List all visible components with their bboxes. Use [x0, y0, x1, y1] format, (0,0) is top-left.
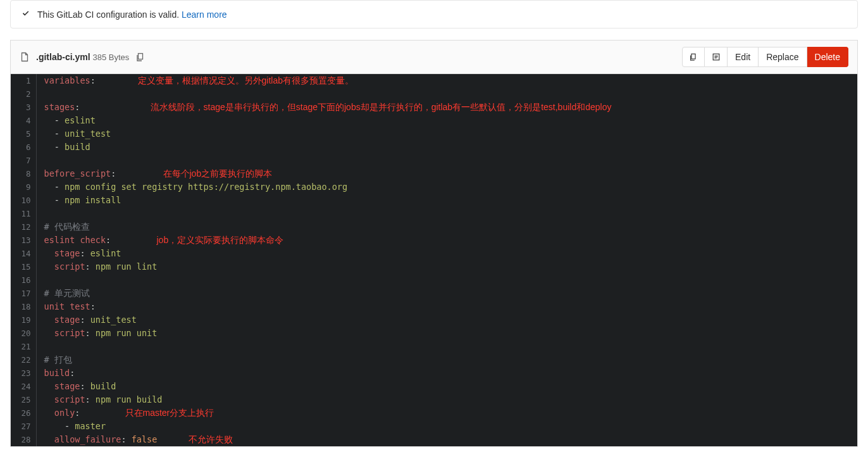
- file-name: .gitlab-ci.yml: [36, 52, 90, 62]
- code-line: 6 - build: [11, 141, 857, 154]
- line-number[interactable]: 16: [11, 273, 36, 287]
- line-number[interactable]: 2: [11, 87, 36, 101]
- code-content: [36, 154, 857, 167]
- line-number[interactable]: 8: [11, 167, 36, 180]
- file-header: .gitlab-ci.yml 385 Bytes Edit Replace De…: [10, 40, 858, 73]
- annotation: 定义变量，根据情况定义。另外gitlab有很多预置变量。: [138, 74, 354, 87]
- annotation: 不允许失败: [189, 433, 233, 446]
- code-content: - npm config set registry https://regist…: [36, 180, 857, 194]
- code-content: - eslint: [36, 114, 857, 127]
- check-icon: [21, 8, 31, 20]
- code-line: 27 - master: [11, 420, 857, 433]
- line-number[interactable]: 21: [11, 340, 36, 353]
- line-number[interactable]: 27: [11, 420, 36, 433]
- file-icon: [20, 52, 30, 62]
- line-number[interactable]: 10: [11, 194, 36, 207]
- line-number[interactable]: 17: [11, 287, 36, 300]
- code-line: 25 script: npm run build: [11, 393, 857, 406]
- code-line: 8before_script:在每个job之前要执行的脚本: [11, 167, 857, 180]
- line-number[interactable]: 7: [11, 154, 36, 167]
- annotation: 在每个job之前要执行的脚本: [163, 167, 273, 180]
- annotation: 只在master分支上执行: [125, 406, 214, 420]
- line-number[interactable]: 14: [11, 247, 36, 260]
- code-line: 7: [11, 154, 857, 167]
- code-line: 23build:: [11, 367, 857, 380]
- code-line: 21: [11, 340, 857, 353]
- code-line: 9 - npm config set registry https://regi…: [11, 180, 857, 194]
- code-line: 5 - unit_test: [11, 127, 857, 141]
- code-viewer: 1variables:定义变量，根据情况定义。另外gitlab有很多预置变量。2…: [10, 73, 858, 447]
- line-number[interactable]: 4: [11, 114, 36, 127]
- code-content: - npm install: [36, 194, 857, 207]
- code-content: # 单元测试: [36, 287, 857, 300]
- annotation: 流水线阶段，stage是串行执行的，但stage下面的jobs却是并行执行的，g…: [151, 101, 612, 114]
- line-number[interactable]: 18: [11, 300, 36, 313]
- code-content: # 打包: [36, 353, 857, 367]
- code-content: [36, 87, 857, 101]
- raw-button[interactable]: [705, 47, 728, 67]
- code-line: 19 stage: unit_test: [11, 313, 857, 327]
- line-number[interactable]: 25: [11, 393, 36, 406]
- code-content: variables:定义变量，根据情况定义。另外gitlab有很多预置变量。: [36, 74, 857, 87]
- code-line: 11: [11, 207, 857, 220]
- code-line: 18unit test:: [11, 300, 857, 313]
- file-actions: Edit Replace Delete: [682, 47, 848, 67]
- line-number[interactable]: 19: [11, 313, 36, 327]
- svg-rect-1: [691, 54, 695, 59]
- code-content: build:: [36, 367, 857, 380]
- code-content: script: npm run lint: [36, 260, 857, 273]
- code-line: 20 script: npm run unit: [11, 327, 857, 340]
- line-number[interactable]: 9: [11, 180, 36, 194]
- code-content: before_script:在每个job之前要执行的脚本: [36, 167, 857, 180]
- code-content: stage: eslint: [36, 247, 857, 260]
- line-number[interactable]: 23: [11, 367, 36, 380]
- code-content: script: npm run build: [36, 393, 857, 406]
- code-content: [36, 340, 857, 353]
- code-content: allow_failure: false不允许失败: [36, 433, 857, 446]
- code-line: 13eslint check:job，定义实际要执行的脚本命令: [11, 234, 857, 247]
- code-line: 22# 打包: [11, 353, 857, 367]
- code-content: - unit_test: [36, 127, 857, 141]
- code-content: stages:流水线阶段，stage是串行执行的，但stage下面的jobs却是…: [36, 101, 857, 114]
- code-content: stage: unit_test: [36, 313, 857, 327]
- learn-more-link[interactable]: Learn more: [182, 9, 227, 20]
- copy-contents-button[interactable]: [682, 47, 705, 67]
- copy-filepath-icon[interactable]: [135, 52, 146, 62]
- line-number[interactable]: 5: [11, 127, 36, 141]
- line-number[interactable]: 22: [11, 353, 36, 367]
- code-line: 4 - eslint: [11, 114, 857, 127]
- code-line: 10 - npm install: [11, 194, 857, 207]
- code-line: 16: [11, 273, 857, 287]
- line-number[interactable]: 1: [11, 74, 36, 87]
- line-number[interactable]: 28: [11, 433, 36, 446]
- line-number[interactable]: 11: [11, 207, 36, 220]
- file-size: 385 Bytes: [92, 53, 129, 62]
- code-content: unit test:: [36, 300, 857, 313]
- code-line: 14 stage: eslint: [11, 247, 857, 260]
- line-number[interactable]: 3: [11, 101, 36, 114]
- line-number[interactable]: 15: [11, 260, 36, 273]
- delete-button[interactable]: Delete: [807, 47, 848, 67]
- line-number[interactable]: 24: [11, 380, 36, 393]
- annotation: job，定义实际要执行的脚本命令: [157, 234, 284, 247]
- code-line: 1variables:定义变量，根据情况定义。另外gitlab有很多预置变量。: [11, 74, 857, 87]
- line-number[interactable]: 20: [11, 327, 36, 340]
- code-line: 15 script: npm run lint: [11, 260, 857, 273]
- line-number[interactable]: 12: [11, 220, 36, 234]
- code-content: eslint check:job，定义实际要执行的脚本命令: [36, 234, 857, 247]
- replace-button[interactable]: Replace: [759, 47, 807, 67]
- code-content: - master: [36, 420, 857, 433]
- line-number[interactable]: 26: [11, 406, 36, 420]
- line-number[interactable]: 6: [11, 141, 36, 154]
- code-table: 1variables:定义变量，根据情况定义。另外gitlab有很多预置变量。2…: [11, 74, 857, 446]
- code-line: 3stages:流水线阶段，stage是串行执行的，但stage下面的jobs却…: [11, 101, 857, 114]
- code-line: 17# 单元测试: [11, 287, 857, 300]
- code-content: [36, 273, 857, 287]
- code-line: 24 stage: build: [11, 380, 857, 393]
- code-content: - build: [36, 141, 857, 154]
- edit-button[interactable]: Edit: [728, 47, 759, 67]
- code-line: 28 allow_failure: false不允许失败: [11, 433, 857, 446]
- svg-rect-0: [139, 54, 143, 60]
- line-number[interactable]: 13: [11, 234, 36, 247]
- code-content: script: npm run unit: [36, 327, 857, 340]
